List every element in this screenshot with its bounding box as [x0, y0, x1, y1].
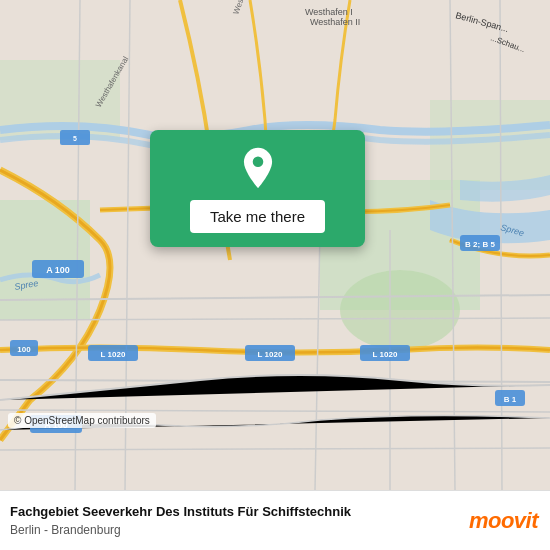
- moovit-text: moovit: [469, 508, 538, 534]
- svg-text:Westhafen I: Westhafen I: [305, 7, 353, 17]
- location-card: Take me there: [150, 130, 365, 247]
- bottom-text-container: Fachgebiet Seeverkehr Des Instituts Für …: [10, 504, 459, 537]
- location-pin-icon: [236, 146, 280, 190]
- svg-point-45: [252, 157, 263, 168]
- copyright-badge: © OpenStreetMap contributors: [8, 413, 156, 428]
- bottom-bar: Fachgebiet Seeverkehr Des Instituts Für …: [0, 490, 550, 550]
- svg-text:Westhafen II: Westhafen II: [310, 17, 360, 27]
- svg-text:L 1020: L 1020: [258, 350, 283, 359]
- svg-text:B 1: B 1: [504, 395, 517, 404]
- map-container: A 100 100 L 1000 L 1020 L 1020 L 1020 5 …: [0, 0, 550, 490]
- svg-text:B 2; B 5: B 2; B 5: [465, 240, 495, 249]
- location-title: Fachgebiet Seeverkehr Des Instituts Für …: [10, 504, 459, 521]
- svg-text:A 100: A 100: [46, 265, 70, 275]
- svg-text:L 1020: L 1020: [373, 350, 398, 359]
- svg-text:L 1020: L 1020: [101, 350, 126, 359]
- take-me-there-button[interactable]: Take me there: [190, 200, 325, 233]
- svg-text:5: 5: [73, 135, 77, 142]
- moovit-logo: moovit: [469, 508, 538, 534]
- svg-text:100: 100: [17, 345, 31, 354]
- location-subtitle: Berlin - Brandenburg: [10, 523, 459, 537]
- svg-point-3: [340, 270, 460, 350]
- svg-rect-5: [430, 100, 550, 190]
